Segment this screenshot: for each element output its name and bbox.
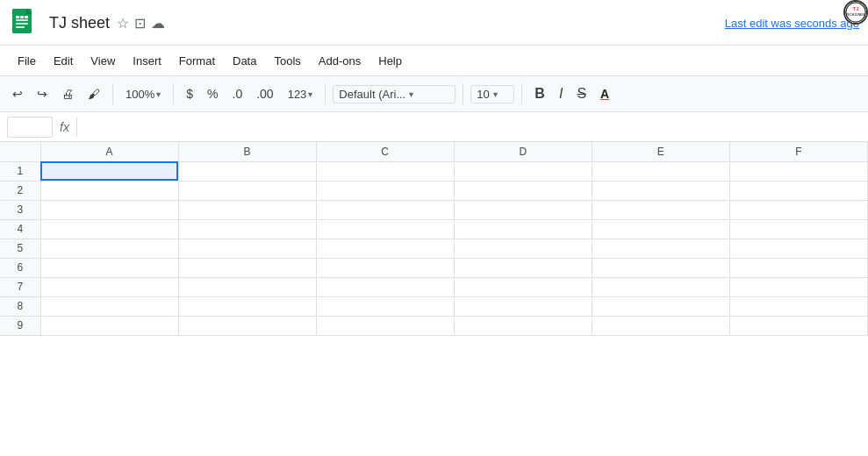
last-edit-status[interactable]: Last edit was seconds ago (725, 17, 859, 30)
star-icon[interactable]: ☆ (117, 15, 129, 32)
row-num-4[interactable]: 4 (0, 219, 40, 239)
menu-addons[interactable]: Add-ons (310, 51, 369, 71)
cell-D3[interactable] (454, 200, 592, 219)
cell-B8[interactable] (178, 296, 316, 316)
menu-insert[interactable]: Insert (124, 51, 170, 71)
col-header-b[interactable]: B (178, 142, 316, 161)
cell-B9[interactable] (178, 316, 316, 335)
cell-F3[interactable] (729, 200, 867, 219)
cell-A8[interactable] (40, 296, 178, 316)
cell-B7[interactable] (178, 277, 316, 296)
cell-D2[interactable] (454, 181, 592, 200)
row-num-6[interactable]: 6 (0, 258, 40, 277)
cell-A9[interactable] (40, 316, 178, 335)
cell-F9[interactable] (729, 316, 867, 335)
col-header-f[interactable]: F (729, 142, 867, 161)
cell-F5[interactable] (729, 239, 867, 258)
cell-A6[interactable] (40, 258, 178, 277)
row-num-2[interactable]: 2 (0, 181, 40, 200)
cell-B4[interactable] (178, 219, 316, 239)
cell-C8[interactable] (316, 296, 454, 316)
cell-B6[interactable] (178, 258, 316, 277)
italic-button[interactable]: I (554, 82, 568, 105)
cell-C7[interactable] (316, 277, 454, 296)
menu-view[interactable]: View (82, 51, 124, 71)
strikethrough-button[interactable]: S (571, 82, 592, 105)
cell-C2[interactable] (316, 181, 454, 200)
menu-data[interactable]: Data (224, 51, 265, 71)
cell-D1[interactable] (454, 161, 592, 181)
bold-button[interactable]: B (529, 82, 550, 105)
row-num-7[interactable]: 7 (0, 277, 40, 296)
menu-help[interactable]: Help (369, 51, 411, 71)
cell-A4[interactable] (40, 219, 178, 239)
cell-B1[interactable] (178, 161, 316, 181)
cell-D4[interactable] (454, 219, 592, 239)
currency-button[interactable]: $ (181, 83, 198, 104)
cell-C6[interactable] (316, 258, 454, 277)
cell-C5[interactable] (316, 239, 454, 258)
decimal-increase-button[interactable]: .00 (251, 83, 278, 104)
row-num-8[interactable]: 8 (0, 296, 40, 316)
cell-F6[interactable] (729, 258, 867, 277)
cell-B5[interactable] (178, 239, 316, 258)
cell-E7[interactable] (592, 277, 729, 296)
cell-C1[interactable] (316, 161, 454, 181)
cell-A1[interactable] (40, 161, 178, 181)
cell-A2[interactable] (40, 181, 178, 200)
sheet-title[interactable]: TJ sheet (49, 14, 110, 32)
cell-D9[interactable] (454, 316, 592, 335)
cell-D6[interactable] (454, 258, 592, 277)
text-color-button[interactable]: A (595, 83, 614, 104)
cell-C9[interactable] (316, 316, 454, 335)
col-header-a[interactable]: A (40, 142, 178, 161)
decimal-decrease-button[interactable]: .0 (227, 83, 248, 104)
row-num-5[interactable]: 5 (0, 239, 40, 258)
cell-E3[interactable] (592, 200, 729, 219)
redo-button[interactable]: ↪ (32, 83, 53, 104)
cell-C3[interactable] (316, 200, 454, 219)
row-num-1[interactable]: 1 (0, 161, 40, 181)
cell-D8[interactable] (454, 296, 592, 316)
col-header-d[interactable]: D (454, 142, 592, 161)
cell-B2[interactable] (178, 181, 316, 200)
font-family-dropdown[interactable]: Default (Ari... ▾ (333, 85, 456, 103)
cell-E9[interactable] (592, 316, 729, 335)
cell-D5[interactable] (454, 239, 592, 258)
cell-C4[interactable] (316, 219, 454, 239)
cell-F1[interactable] (729, 161, 867, 181)
cell-E1[interactable] (592, 161, 729, 181)
print-button[interactable]: 🖨 (56, 83, 79, 104)
cell-reference-input[interactable] (7, 117, 53, 138)
paint-format-button[interactable]: 🖌 (82, 83, 105, 104)
cell-F4[interactable] (729, 219, 867, 239)
formula-input[interactable] (84, 120, 861, 133)
cell-A5[interactable] (40, 239, 178, 258)
col-header-c[interactable]: C (316, 142, 454, 161)
cell-A7[interactable] (40, 277, 178, 296)
cell-D7[interactable] (454, 277, 592, 296)
cell-E8[interactable] (592, 296, 729, 316)
col-header-e[interactable]: E (592, 142, 729, 161)
cloud-icon[interactable]: ☁ (151, 15, 165, 32)
format-number-dropdown[interactable]: 123 ▾ (283, 85, 319, 103)
menu-format[interactable]: Format (170, 51, 224, 71)
row-num-3[interactable]: 3 (0, 200, 40, 219)
folder-icon[interactable]: ⊡ (134, 15, 146, 32)
cell-E5[interactable] (592, 239, 729, 258)
percent-button[interactable]: % (202, 83, 223, 104)
cell-F7[interactable] (729, 277, 867, 296)
cell-F2[interactable] (729, 181, 867, 200)
cell-B3[interactable] (178, 200, 316, 219)
cell-E6[interactable] (592, 258, 729, 277)
cell-E4[interactable] (592, 219, 729, 239)
menu-file[interactable]: File (9, 51, 45, 71)
row-num-9[interactable]: 9 (0, 316, 40, 335)
undo-button[interactable]: ↩ (7, 83, 28, 104)
menu-tools[interactable]: Tools (265, 51, 309, 71)
cell-E2[interactable] (592, 181, 729, 200)
font-size-dropdown[interactable]: 10 ▾ (470, 85, 514, 103)
menu-edit[interactable]: Edit (45, 51, 82, 71)
cell-A3[interactable] (40, 200, 178, 219)
zoom-dropdown[interactable]: 100% ▾ (120, 85, 166, 103)
